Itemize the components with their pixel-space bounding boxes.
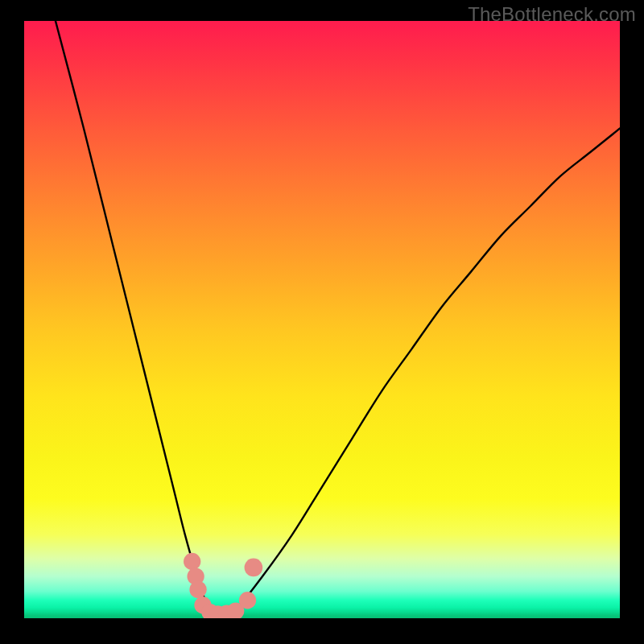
marker-dot	[239, 592, 256, 609]
watermark-text: TheBottleneck.com	[468, 3, 636, 26]
marker-group	[184, 553, 262, 618]
chart-root: TheBottleneck.com	[0, 0, 644, 644]
chart-svg	[24, 21, 620, 618]
marker-dot	[184, 553, 200, 570]
marker-dot	[245, 559, 263, 577]
plot-area	[24, 21, 620, 618]
bottleneck-curve	[54, 21, 620, 613]
marker-dot	[189, 581, 206, 598]
